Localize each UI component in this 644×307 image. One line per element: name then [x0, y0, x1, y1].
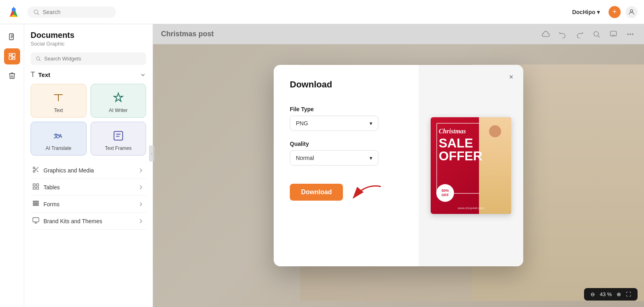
text-frames-label: Text Frames	[105, 145, 132, 151]
file-type-label: File Type	[290, 106, 402, 112]
poster-christmas-text: Christmas	[439, 128, 482, 135]
ai-translate-icon: 文 A	[52, 129, 65, 142]
modal-title: Download	[290, 79, 402, 90]
text-section-header[interactable]: T Text	[31, 71, 146, 79]
svg-rect-25	[37, 184, 39, 186]
download-arrow	[349, 183, 382, 201]
text-frames-icon	[112, 129, 125, 142]
widget-text-frames[interactable]: Text Frames	[91, 122, 147, 156]
svg-rect-28	[33, 201, 39, 202]
user-menu[interactable]	[625, 6, 638, 18]
download-button-wrap: Download	[290, 183, 402, 201]
rail-widgets[interactable]	[4, 48, 20, 64]
forms-icon	[32, 200, 39, 208]
text-section-chevron	[140, 72, 146, 78]
svg-rect-30	[33, 205, 39, 205]
ai-translate-label: AI Translate	[45, 145, 71, 151]
svg-rect-31	[33, 218, 39, 222]
poster-sale-text: SALE	[439, 137, 482, 149]
svg-rect-29	[33, 203, 39, 204]
widget-ai-translate[interactable]: 文 A AI Translate	[31, 122, 87, 156]
svg-point-4	[630, 10, 633, 12]
svg-line-22	[37, 170, 38, 172]
modal-right-panel: ❄ ❄ Christmas SALE OFFER	[419, 65, 523, 266]
text-widget-label: Text	[54, 108, 63, 113]
text-widget-icon	[52, 91, 65, 104]
svg-rect-16	[114, 131, 122, 140]
poster-inner: ❄ ❄ Christmas SALE OFFER	[431, 117, 511, 214]
app-logo[interactable]	[6, 5, 21, 19]
icon-rail	[0, 24, 24, 307]
zoom-bar: ⊖ 43 % ⊕ ⛶	[584, 288, 638, 301]
sidebar-subtitle: Social Graphic	[31, 41, 146, 47]
search-icon	[33, 9, 39, 15]
badge-percent: 50%	[442, 189, 449, 193]
svg-rect-7	[9, 56, 12, 59]
top-navigation: DocHipo ▾ +	[0, 0, 644, 24]
file-type-group: File Type PNG ▾	[290, 106, 402, 131]
global-search[interactable]	[27, 6, 116, 18]
topnav-right: DocHipo ▾ +	[568, 6, 638, 18]
dochipo-menu[interactable]: DocHipo ▾	[568, 6, 604, 18]
sidebar-item-graphics[interactable]: Graphics and Media	[31, 162, 146, 179]
ai-writer-label: AI Writer	[109, 108, 128, 113]
poster-url: www.shop4all.com	[431, 206, 511, 210]
poster-preview: ❄ ❄ Christmas SALE OFFER	[431, 117, 511, 214]
poster-text-area: Christmas SALE OFFER	[439, 128, 482, 162]
rail-documents[interactable]	[4, 29, 20, 45]
svg-text:A: A	[58, 133, 62, 139]
zoom-out[interactable]: ⊖	[589, 290, 597, 298]
forms-label: Forms	[43, 201, 60, 207]
person-head	[489, 125, 501, 137]
poster-offer-text: OFFER	[439, 149, 482, 162]
svg-rect-26	[37, 187, 39, 189]
quality-select[interactable]: Normal ▾	[290, 150, 378, 166]
svg-rect-24	[33, 184, 35, 186]
modal-left-panel: Download File Type PNG ▾ Quality	[274, 65, 419, 266]
rail-trash[interactable]	[4, 68, 20, 84]
quality-group: Quality Normal ▾	[290, 141, 402, 166]
tables-icon	[32, 183, 39, 191]
sidebar-item-tables[interactable]: Tables	[31, 179, 146, 196]
graphics-label: Graphics and Media	[43, 167, 94, 174]
download-modal: × Download File Type PNG ▾	[274, 65, 523, 266]
svg-point-1	[12, 8, 16, 12]
widget-search-input[interactable]	[44, 56, 141, 62]
sidebar-item-forms[interactable]: Forms	[31, 196, 146, 213]
widget-text[interactable]: Text	[31, 84, 87, 118]
ai-writer-icon	[112, 91, 125, 104]
sidebar-title: Documents	[31, 31, 146, 40]
svg-line-3	[37, 13, 39, 15]
brand-label: Brand Kits and Themes	[43, 218, 102, 224]
file-type-select[interactable]: PNG ▾	[290, 116, 378, 131]
graphics-icon	[32, 166, 39, 174]
sidebar: Documents Social Graphic T Text Text AI …	[24, 24, 153, 307]
download-button[interactable]: Download	[290, 184, 343, 201]
widget-ai-writer[interactable]: AI Writer	[91, 84, 147, 118]
create-button[interactable]: +	[609, 6, 621, 18]
svg-rect-6	[9, 54, 12, 55]
sidebar-item-brand[interactable]: Brand Kits and Themes	[31, 213, 146, 230]
trash-icon	[8, 72, 16, 80]
search-input[interactable]	[43, 9, 107, 15]
fullscreen-icon[interactable]: ⛶	[624, 290, 633, 298]
sidebar-sections: Graphics and Media Tables Forms Brand Ki…	[31, 162, 146, 230]
widget-search[interactable]	[31, 52, 146, 65]
svg-line-23	[35, 168, 36, 170]
main-area: Christmas post	[153, 24, 644, 307]
modal-close-button[interactable]: ×	[506, 71, 517, 83]
svg-point-19	[33, 167, 35, 169]
poster-person	[479, 117, 511, 214]
quality-label: Quality	[290, 141, 402, 147]
badge-off: OFF	[442, 193, 449, 197]
svg-point-10	[36, 57, 39, 60]
zoom-in[interactable]: ⊕	[615, 290, 623, 298]
svg-point-2	[34, 10, 38, 13]
tables-label: Tables	[43, 184, 60, 191]
widgets-icon	[8, 52, 16, 60]
svg-line-11	[39, 60, 40, 61]
document-icon	[8, 33, 16, 41]
modal-form: File Type PNG ▾ Quality Normal ▾	[290, 106, 402, 166]
widget-search-icon	[35, 56, 41, 62]
brand-icon	[32, 217, 39, 225]
